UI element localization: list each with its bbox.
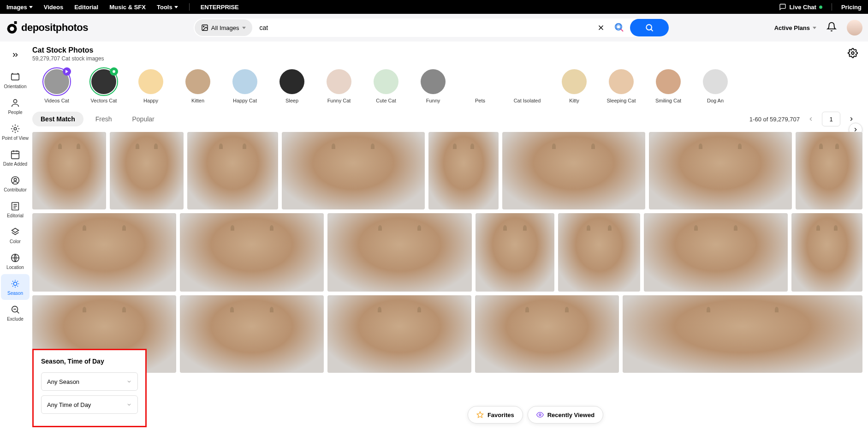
gallery-row xyxy=(32,213,862,292)
gallery-image[interactable] xyxy=(644,213,788,292)
sort-tab-best-match[interactable]: Best Match xyxy=(32,112,83,126)
gallery-image[interactable] xyxy=(791,213,862,292)
topnav-item-enterprise[interactable]: ENTERPRISE xyxy=(201,4,239,11)
header-left: depositphotos xyxy=(6,21,88,34)
gallery-image[interactable] xyxy=(282,132,425,209)
gallery-image[interactable] xyxy=(110,132,184,209)
page-number-input[interactable] xyxy=(822,112,840,126)
filter-exclude[interactable]: Exclude xyxy=(1,300,30,326)
filter-icon xyxy=(10,253,20,263)
category-label: Dog An xyxy=(707,98,724,103)
gallery-image[interactable] xyxy=(502,132,645,209)
page-title: Cat Stock Photos xyxy=(32,46,104,54)
filter-point-of-view[interactable]: Point of View xyxy=(1,119,30,145)
category-thumbnail xyxy=(185,69,210,94)
category-cat-isolated[interactable]: Cat Isolated xyxy=(510,69,544,103)
category-vectors-cat[interactable]: Vectors Cat xyxy=(87,69,121,103)
clear-search-button[interactable] xyxy=(590,24,612,32)
category-sleep[interactable]: Sleep xyxy=(275,69,309,103)
image-placeholder xyxy=(428,132,499,209)
category-thumbnail xyxy=(232,69,257,94)
gallery-image[interactable] xyxy=(187,132,278,209)
image-placeholder xyxy=(558,213,640,292)
search-input[interactable] xyxy=(253,24,590,31)
category-thumbnail xyxy=(327,69,351,94)
filter-people[interactable]: People xyxy=(1,93,30,119)
expand-sidebar-button[interactable] xyxy=(7,47,23,63)
close-icon xyxy=(597,24,605,32)
category-happy-cat[interactable]: Happy Cat xyxy=(228,69,262,103)
category-label: Kitty xyxy=(569,98,579,103)
gallery-image[interactable] xyxy=(623,295,862,373)
category-label: Happy Cat xyxy=(233,98,257,103)
filter-icon xyxy=(10,305,20,315)
gallery-image[interactable] xyxy=(649,132,792,209)
category-dog-an[interactable]: Dog An xyxy=(698,69,732,103)
category-kitty[interactable]: Kitty xyxy=(557,69,591,103)
gallery-image[interactable] xyxy=(32,132,106,209)
pricing-link[interactable]: Pricing xyxy=(841,4,862,11)
gallery-image[interactable] xyxy=(180,295,324,373)
image-placeholder xyxy=(110,132,184,209)
topnav-item-editorial[interactable]: Editorial xyxy=(74,4,98,11)
filter-season[interactable]: Season xyxy=(1,274,30,300)
chevron-down-icon xyxy=(813,27,816,29)
category-kitten[interactable]: Kitten xyxy=(181,69,215,103)
prev-page-button[interactable] xyxy=(804,113,817,125)
filter-date-added[interactable]: Date Added xyxy=(1,145,30,171)
svg-point-19 xyxy=(113,70,115,73)
gallery-image[interactable] xyxy=(796,132,862,209)
topnav-item-images[interactable]: Images xyxy=(6,4,33,11)
gallery-image[interactable] xyxy=(428,132,499,209)
image-placeholder xyxy=(327,295,471,373)
gallery-image[interactable] xyxy=(558,213,640,292)
logo[interactable]: depositphotos xyxy=(6,21,88,34)
filter-location[interactable]: Location xyxy=(1,248,30,274)
gallery-image[interactable] xyxy=(327,295,471,373)
filter-contributor[interactable]: Contributor xyxy=(1,171,30,197)
category-label: Cat Isolated xyxy=(514,98,541,103)
gallery-image[interactable] xyxy=(32,213,176,292)
gallery-image[interactable] xyxy=(475,295,619,373)
topnav-item-tools[interactable]: Tools xyxy=(157,4,178,11)
category-pets[interactable]: Pets xyxy=(463,69,497,103)
filter-editorial[interactable]: Editorial xyxy=(1,197,30,222)
category-thumbnail xyxy=(279,69,304,94)
search-button[interactable] xyxy=(630,19,669,36)
gallery-image[interactable] xyxy=(180,213,324,292)
category-cute-cat[interactable]: Cute Cat xyxy=(369,69,403,103)
image-placeholder xyxy=(475,295,619,373)
category-funny-cat[interactable]: Funny Cat xyxy=(322,69,356,103)
filter-orientation[interactable]: Orientation xyxy=(1,67,30,93)
category-thumbnail xyxy=(515,69,540,94)
filter-sidebar: OrientationPeoplePoint of ViewDate Added… xyxy=(0,42,30,373)
live-chat-link[interactable]: Live Chat xyxy=(779,3,822,11)
active-plans-dropdown[interactable]: Active Plans xyxy=(774,24,816,31)
category-smiling-cat[interactable]: Smiling Cat xyxy=(651,69,685,103)
visual-search-button[interactable] xyxy=(612,20,627,36)
search-type-dropdown[interactable]: All Images xyxy=(195,19,252,36)
topnav-item-music-sfx[interactable]: Music & SFX xyxy=(109,4,146,11)
category-sleeping-cat[interactable]: Sleeping Cat xyxy=(604,69,638,103)
notifications-button[interactable] xyxy=(826,22,837,34)
title-row: Cat Stock Photos 59,279,707 Cat stock im… xyxy=(30,42,864,66)
settings-button[interactable] xyxy=(848,48,858,60)
category-label: Videos Cat xyxy=(44,98,69,103)
sort-tab-popular[interactable]: Popular xyxy=(124,112,162,126)
filter-color[interactable]: Color xyxy=(1,222,30,248)
category-happy[interactable]: Happy xyxy=(134,69,168,103)
image-placeholder xyxy=(180,295,324,373)
gallery-row xyxy=(32,132,862,209)
topnav-item-videos[interactable]: Videos xyxy=(44,4,63,11)
live-chat-label: Live Chat xyxy=(789,4,816,11)
category-funny[interactable]: Funny xyxy=(416,69,450,103)
gallery-image[interactable] xyxy=(476,213,554,292)
sort-tab-fresh[interactable]: Fresh xyxy=(87,112,120,126)
svg-point-16 xyxy=(13,282,17,285)
user-avatar[interactable] xyxy=(847,20,862,36)
season-select[interactable]: Any Season xyxy=(41,372,138,373)
category-videos-cat[interactable]: Videos Cat xyxy=(40,69,74,103)
gallery-image[interactable] xyxy=(327,213,471,292)
filter-label: Location xyxy=(6,265,24,270)
svg-point-7 xyxy=(646,24,652,30)
